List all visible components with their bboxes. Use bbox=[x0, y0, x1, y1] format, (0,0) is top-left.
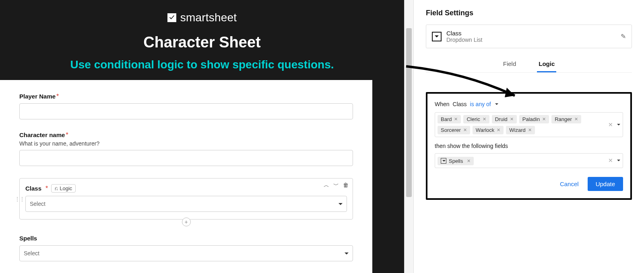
field-label: Character name bbox=[19, 131, 65, 138]
remove-icon[interactable]: ✕ bbox=[483, 117, 486, 122]
then-label: then show the following fields bbox=[435, 143, 623, 149]
remove-icon[interactable]: ✕ bbox=[542, 117, 546, 122]
class-select[interactable]: Select bbox=[25, 196, 347, 212]
field-label: Player Name bbox=[19, 93, 56, 100]
field-summary-name: Class bbox=[446, 30, 483, 37]
condition-line: When Class is any of bbox=[435, 101, 623, 107]
clear-icon[interactable]: ✕ bbox=[608, 121, 613, 128]
brand-logo: smartsheet bbox=[0, 11, 404, 24]
dropdown-icon bbox=[432, 32, 442, 41]
remove-icon[interactable]: ✕ bbox=[454, 117, 458, 122]
logic-icon: ⎌ bbox=[55, 185, 58, 191]
remove-icon[interactable]: ✕ bbox=[574, 117, 578, 122]
clear-icon[interactable]: ✕ bbox=[608, 157, 613, 164]
remove-icon[interactable]: ✕ bbox=[463, 127, 467, 133]
remove-icon[interactable]: ✕ bbox=[497, 127, 500, 133]
move-down-icon[interactable]: ﹀ bbox=[333, 182, 339, 189]
required-mark: * bbox=[45, 185, 48, 192]
remove-icon[interactable]: ✕ bbox=[528, 127, 532, 133]
move-up-icon[interactable]: ︿ bbox=[324, 182, 329, 189]
logic-rule-box: When Class is any of Bard✕Cleric✕Druid✕P… bbox=[426, 92, 632, 200]
value-chip[interactable]: Cleric✕ bbox=[463, 115, 489, 123]
panel-title: Field Settings bbox=[426, 9, 632, 17]
value-chip[interactable]: Bard✕ bbox=[438, 115, 461, 123]
show-field-chip[interactable]: Spells✕ bbox=[438, 157, 474, 165]
tab-logic[interactable]: Logic bbox=[537, 57, 556, 72]
required-mark: * bbox=[56, 93, 59, 100]
field-class-selected[interactable]: ⋮⋮ ︿ ﹀ 🗑 Class* ⎌ Logic Select bbox=[19, 178, 353, 220]
tabs: Field Logic bbox=[426, 57, 632, 73]
drag-handle-icon[interactable]: ⋮⋮ bbox=[15, 198, 25, 200]
scrollbar[interactable] bbox=[404, 0, 414, 273]
field-player-name[interactable]: Player Name* bbox=[19, 93, 353, 119]
character-name-input[interactable] bbox=[19, 150, 353, 166]
scroll-thumb[interactable] bbox=[406, 28, 412, 197]
add-field-button[interactable]: + bbox=[182, 218, 191, 226]
form-card: Player Name* Character name* What is you… bbox=[0, 80, 372, 273]
field-label: Class bbox=[25, 185, 41, 192]
value-chip[interactable]: Paladin✕ bbox=[519, 115, 549, 123]
condition-operator[interactable]: is any of bbox=[470, 101, 491, 107]
edit-icon[interactable]: ✎ bbox=[621, 33, 626, 40]
form-preview: smartsheet Character Sheet Use condition… bbox=[0, 0, 404, 273]
value-chip[interactable]: Sorcerer✕ bbox=[438, 126, 470, 134]
field-character-name[interactable]: Character name* What is your name, adven… bbox=[19, 131, 353, 166]
remove-icon[interactable]: ✕ bbox=[510, 117, 514, 122]
delete-icon[interactable]: 🗑 bbox=[343, 182, 349, 189]
tab-field[interactable]: Field bbox=[502, 57, 518, 72]
remove-icon[interactable]: ✕ bbox=[467, 158, 471, 164]
field-spells[interactable]: Spells Select bbox=[19, 235, 353, 261]
value-chip[interactable]: Ranger✕ bbox=[551, 115, 581, 123]
field-summary-card[interactable]: Class Dropdown List ✎ bbox=[426, 25, 632, 48]
chevron-down-icon[interactable] bbox=[617, 160, 620, 161]
chevron-down-icon bbox=[345, 252, 349, 255]
field-label: Spells bbox=[19, 235, 37, 242]
chevron-down-icon bbox=[339, 203, 343, 205]
spells-select[interactable]: Select bbox=[19, 245, 353, 261]
value-chip[interactable]: Warlock✕ bbox=[473, 126, 504, 134]
annotation-text: Use conditional logic to show specific q… bbox=[0, 58, 404, 71]
value-chip[interactable]: Druid✕ bbox=[492, 115, 517, 123]
smartsheet-logo-icon bbox=[167, 13, 176, 22]
field-settings-panel: Field Settings Class Dropdown List ✎ Fie… bbox=[414, 0, 644, 273]
brand-name: smartsheet bbox=[180, 11, 237, 24]
player-name-input[interactable] bbox=[19, 103, 353, 119]
show-fields-box[interactable]: Spells✕ ✕ bbox=[435, 153, 623, 168]
cancel-button[interactable]: Cancel bbox=[555, 177, 584, 191]
value-chip[interactable]: Wizard✕ bbox=[506, 126, 535, 134]
form-title: Character Sheet bbox=[0, 34, 404, 51]
chevron-down-icon[interactable] bbox=[617, 124, 620, 125]
chevron-down-icon[interactable] bbox=[495, 103, 498, 105]
dropdown-icon bbox=[441, 158, 446, 164]
required-mark: * bbox=[66, 131, 68, 138]
field-summary-type: Dropdown List bbox=[446, 37, 483, 43]
field-help: What is your name, adventurer? bbox=[19, 140, 353, 147]
logic-chip[interactable]: ⎌ Logic bbox=[51, 184, 76, 193]
condition-values-box[interactable]: Bard✕Cleric✕Druid✕Paladin✕Ranger✕Sorcere… bbox=[435, 112, 623, 137]
update-button[interactable]: Update bbox=[588, 177, 623, 191]
